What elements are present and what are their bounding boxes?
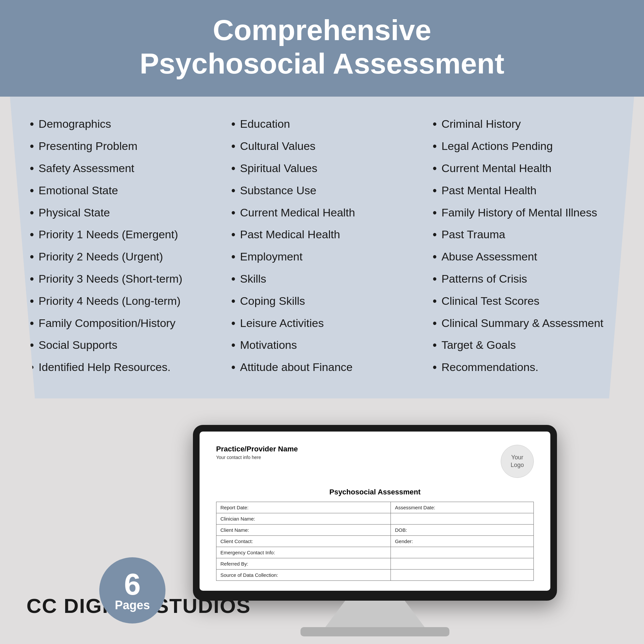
field-label-left: Source of Data Collection: [216,569,391,580]
field-label-left: Clinician Name: [216,513,391,524]
practice-name: Practice/Provider Name [216,445,298,453]
feature-item: Priority 2 Needs (Urgent) [30,246,211,268]
field-label-right: Assessment Date: [391,502,534,513]
feature-col-2: EducationCultural ValuesSpiritual Values… [231,113,413,379]
table-row: Report Date:Assessment Date: [216,502,534,513]
field-label-right [391,569,534,580]
feature-item: Leisure Activities [231,312,413,335]
feature-item: Recommendations. [433,356,614,379]
page-title: Comprehensive Psychosocial Assessment [20,13,624,80]
field-label-right [391,513,534,524]
field-label-left: Client Contact: [216,535,391,547]
feature-item: Family History of Mental Illness [433,202,614,224]
feature-item: Current Mental Health [433,158,614,180]
feature-col-3: Criminal HistoryLegal Actions PendingCur… [433,113,614,379]
monitor-stand [325,601,425,627]
feature-item: Past Trauma [433,224,614,246]
feature-item: Demographics [30,113,211,135]
feature-item: Clinical Test Scores [433,290,614,312]
feature-item: Presenting Problem [30,135,211,158]
monitor-base [300,627,449,636]
feature-item: Coping Skills [231,290,413,312]
monitor-screen: Practice/Provider Name Your contact info… [200,432,550,591]
table-row: Client Contact:Gender: [216,535,534,547]
feature-item: Family Composition/History [30,312,211,335]
feature-item: Past Mental Health [433,180,614,202]
field-label-left: Referred By: [216,558,391,569]
badge-label: Pages [115,599,150,611]
feature-item: Priority 3 Needs (Short-term) [30,268,211,290]
feature-item: Criminal History [433,113,614,135]
badge-number: 6 [124,570,141,599]
practice-info: Practice/Provider Name Your contact info… [216,445,298,460]
features-section: DemographicsPresenting ProblemSafety Ass… [10,97,634,398]
table-row: Client Name:DOB: [216,524,534,535]
feature-item: Safety Assessment [30,158,211,180]
feature-item: Clinical Summary & Assessment [433,312,614,335]
document-header: Practice/Provider Name Your contact info… [216,445,534,478]
feature-item: Abuse Assessment [433,246,614,268]
table-row: Source of Data Collection: [216,569,534,580]
field-label-left: Report Date: [216,502,391,513]
feature-item: Emotional State [30,180,211,202]
pages-badge: 6 Pages [99,557,165,623]
feature-col-1: DemographicsPresenting ProblemSafety Ass… [30,113,211,379]
feature-item: Attitude about Finance [231,356,413,379]
feature-item: Priority 1 Needs (Emergent) [30,224,211,246]
feature-item: Physical State [30,202,211,224]
field-label-left: Client Name: [216,524,391,535]
feature-item: Priority 4 Needs (Long-term) [30,290,211,312]
feature-item: Motivations [231,334,413,356]
feature-item: Employment [231,246,413,268]
table-row: Emergency Contact Info: [216,547,534,558]
feature-item: Spiritual Values [231,158,413,180]
header-section: Comprehensive Psychosocial Assessment [0,0,644,97]
document-title: Psychosocial Assessment [216,488,534,496]
table-row: Clinician Name: [216,513,534,524]
features-grid: DemographicsPresenting ProblemSafety Ass… [30,113,614,379]
field-label-right [391,558,534,569]
feature-item: Cultural Values [231,135,413,158]
monitor: Practice/Provider Name Your contact info… [193,425,557,601]
feature-item: Patterns of Crisis [433,268,614,290]
feature-item: Current Medical Health [231,202,413,224]
table-row: Referred By: [216,558,534,569]
feature-item: Past Medical Health [231,224,413,246]
field-label-right: DOB: [391,524,534,535]
field-label-right [391,547,534,558]
feature-item: Legal Actions Pending [433,135,614,158]
feature-item: Identified Help Resources. [30,356,211,379]
feature-item: Target & Goals [433,334,614,356]
feature-item: Social Supports [30,334,211,356]
document-table: Report Date:Assessment Date:Clinician Na… [216,502,534,581]
feature-item: Substance Use [231,180,413,202]
feature-item: Education [231,113,413,135]
feature-item: Skills [231,268,413,290]
field-label-right: Gender: [391,535,534,547]
field-label-left: Emergency Contact Info: [216,547,391,558]
logo-placeholder: YourLogo [501,445,534,478]
contact-info: Your contact info here [216,455,298,460]
